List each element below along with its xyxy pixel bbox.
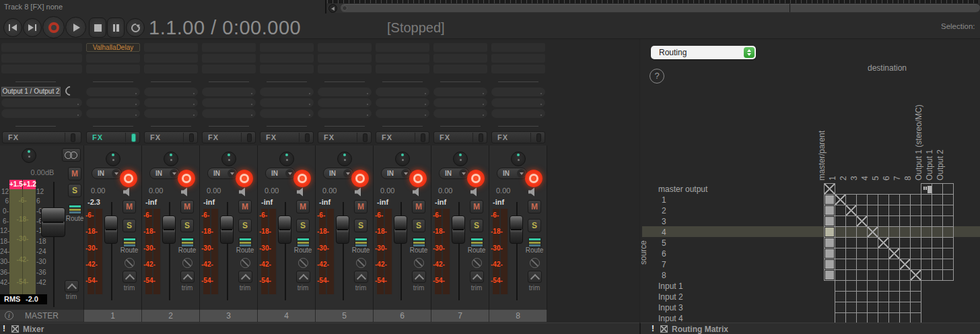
input-button[interactable]: IN xyxy=(439,168,469,179)
fx-insert-slot[interactable] xyxy=(144,65,198,73)
fx-indicator[interactable] xyxy=(131,133,136,142)
matrix-cell[interactable] xyxy=(835,237,846,248)
matrix-cell[interactable] xyxy=(921,237,932,248)
matrix-cell[interactable] xyxy=(932,237,943,248)
volume-fader[interactable] xyxy=(336,215,349,244)
mute-button[interactable]: M xyxy=(68,167,81,180)
phase-button[interactable] xyxy=(240,258,250,268)
speaker-icon[interactable] xyxy=(470,187,480,197)
matrix-cell[interactable] xyxy=(856,312,868,323)
info-icon[interactable]: i xyxy=(5,311,13,320)
fx-insert-slot[interactable] xyxy=(202,65,256,73)
fx-insert-slot[interactable] xyxy=(491,43,545,52)
fx-indicator[interactable] xyxy=(247,133,252,142)
volume-fader[interactable] xyxy=(104,215,118,244)
matrix-cell[interactable] xyxy=(845,291,857,302)
fx-button[interactable]: FX xyxy=(2,131,81,143)
fx-indicator[interactable] xyxy=(363,133,368,142)
matrix-row-label[interactable]: 6 xyxy=(658,249,666,259)
matrix-cell[interactable] xyxy=(899,248,911,259)
solo-button[interactable]: S xyxy=(528,219,541,232)
matrix-cell[interactable] xyxy=(835,205,846,216)
pan-knob[interactable] xyxy=(164,152,178,166)
pan-knob[interactable] xyxy=(279,152,294,166)
track-number[interactable]: 5 xyxy=(316,310,374,322)
matrix-cell[interactable] xyxy=(888,205,900,216)
matrix-cell[interactable] xyxy=(856,291,868,302)
input-dropdown-icon[interactable] xyxy=(343,169,352,178)
matrix-cell[interactable] xyxy=(867,280,878,292)
matrix-cell[interactable] xyxy=(899,215,911,227)
matrix-cell[interactable] xyxy=(845,248,857,259)
matrix-cell[interactable] xyxy=(856,248,868,259)
track-number[interactable]: 2 xyxy=(142,310,200,322)
matrix-cell[interactable] xyxy=(921,269,932,281)
matrix-column-header[interactable]: 6 xyxy=(882,176,890,180)
matrix-cell[interactable] xyxy=(910,194,921,205)
matrix-cell[interactable] xyxy=(878,280,889,292)
matrix-column-header[interactable]: 7 xyxy=(893,176,901,180)
input-button[interactable]: IN xyxy=(149,168,180,179)
pan-knob[interactable] xyxy=(453,152,468,166)
matrix-cell[interactable] xyxy=(867,237,878,248)
matrix-cell[interactable] xyxy=(845,215,857,227)
send-slot[interactable] xyxy=(491,109,545,118)
matrix-cell[interactable] xyxy=(867,312,878,323)
matrix-cell[interactable] xyxy=(932,248,943,259)
matrix-cell[interactable] xyxy=(899,237,911,248)
stereo-mono-button[interactable] xyxy=(62,148,81,162)
track-number[interactable]: 4 xyxy=(258,310,316,322)
matrix-cell[interactable] xyxy=(878,215,889,227)
input-dropdown-icon[interactable] xyxy=(170,169,178,178)
fx-indicator[interactable] xyxy=(421,133,425,142)
matrix-cell[interactable] xyxy=(910,237,921,248)
input-button[interactable]: IN xyxy=(92,168,122,179)
solo-button[interactable]: S xyxy=(238,219,252,232)
play-button[interactable] xyxy=(65,17,86,38)
matrix-cell[interactable] xyxy=(942,269,954,281)
fx-insert-slot[interactable] xyxy=(376,65,429,73)
matrix-cell[interactable] xyxy=(878,312,889,323)
phase-button[interactable] xyxy=(472,258,482,268)
matrix-cell[interactable] xyxy=(910,205,921,216)
matrix-cell[interactable] xyxy=(932,226,943,238)
matrix-cell[interactable] xyxy=(845,302,857,313)
pause-button[interactable] xyxy=(107,18,125,38)
matrix-cell[interactable] xyxy=(867,194,878,205)
matrix-row-label[interactable]: Input 4 xyxy=(658,314,683,323)
matrix-row-label[interactable]: Input 1 xyxy=(658,281,683,291)
matrix-cell[interactable] xyxy=(824,248,835,259)
solo-button[interactable]: S xyxy=(296,219,310,232)
fx-insert-slot[interactable] xyxy=(376,43,429,52)
track-number[interactable]: 7 xyxy=(431,310,489,322)
fx-insert-slot[interactable] xyxy=(260,65,314,73)
fx-insert-slot[interactable] xyxy=(144,54,198,63)
speaker-icon[interactable] xyxy=(528,187,538,197)
mute-button[interactable]: M xyxy=(528,200,541,213)
matrix-cell[interactable] xyxy=(878,248,889,259)
speaker-icon[interactable] xyxy=(354,187,364,197)
pan-knob[interactable] xyxy=(106,152,120,166)
matrix-cell[interactable] xyxy=(921,226,932,238)
send-slot[interactable] xyxy=(433,109,487,118)
fx-insert-slot[interactable] xyxy=(260,43,314,52)
pan-knob[interactable] xyxy=(511,152,526,166)
matrix-cell[interactable] xyxy=(867,269,878,281)
matrix-cell[interactable] xyxy=(932,259,943,270)
solo-button[interactable]: S xyxy=(123,219,136,232)
matrix-cell[interactable] xyxy=(888,269,900,281)
solo-button[interactable]: S xyxy=(180,219,194,232)
send-slot[interactable] xyxy=(202,98,256,107)
volume-fader[interactable] xyxy=(394,215,407,244)
close-icon[interactable] xyxy=(660,325,668,333)
matrix-cell[interactable] xyxy=(824,205,835,216)
speaker-icon[interactable] xyxy=(296,187,306,197)
matrix-cell[interactable] xyxy=(910,259,921,270)
master-output-send[interactable]: Output 1 / Output 2 xyxy=(1,87,61,96)
fx-insert-slot[interactable] xyxy=(318,43,372,52)
track-number[interactable]: 3 xyxy=(200,310,258,322)
fx-insert-slot[interactable]: ValhallaDelay xyxy=(86,43,140,52)
send-slot[interactable] xyxy=(376,109,429,118)
send-slot[interactable] xyxy=(86,109,140,118)
fx-insert-slot[interactable] xyxy=(144,43,198,52)
